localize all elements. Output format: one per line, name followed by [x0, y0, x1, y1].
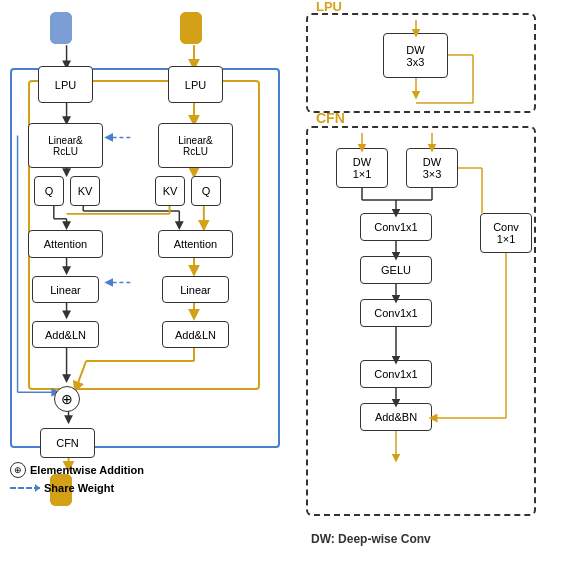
- add-ln-left: Add&LN: [32, 321, 99, 348]
- cfn-gelu: GELU: [360, 256, 432, 284]
- cfn-conv1x1-3: Conv1x1: [360, 360, 432, 388]
- lpu-detail-label: LPU: [316, 0, 342, 14]
- token-pill-2: [50, 12, 72, 44]
- linear-right: Linear: [162, 276, 229, 303]
- kv-left: KV: [70, 176, 100, 206]
- cfn-add-bn: Add&BN: [360, 403, 432, 431]
- cfn-dw3x3: DW 3×3: [406, 148, 458, 188]
- legend: ⊕ Elementwise Addition Share Weight: [10, 462, 144, 498]
- lpu-detail-box: LPU DW 3x3: [306, 13, 536, 113]
- legend-share-weight: Share Weight: [10, 482, 144, 494]
- left-diagram: LPU LPU Linear& RcLU Linear& RcLU Q KV K…: [10, 8, 280, 508]
- lpu-dw3x3: DW 3x3: [383, 33, 448, 78]
- attention-left: Attention: [28, 230, 103, 258]
- cfn-conv1x1-1: Conv1x1: [360, 213, 432, 241]
- diagram-container: LPU LPU Linear& RcLU Linear& RcLU Q KV K…: [0, 0, 566, 576]
- cfn-conv1x1-side: Conv 1×1: [480, 213, 532, 253]
- plus-circle-icon: ⊕: [10, 462, 26, 478]
- cfn-dw1x1: DW 1×1: [336, 148, 388, 188]
- cfn-conv1x1-2: Conv1x1: [360, 299, 432, 327]
- right-panel: LPU DW 3x3 C: [296, 8, 566, 568]
- linear-rclu-left: Linear& RcLU: [28, 123, 103, 168]
- lpu-left: LPU: [38, 66, 93, 103]
- cfn-detail-box: CFN DW 1×1 DW 3×3 Conv 1×1 Conv1x1 GELU: [306, 126, 536, 516]
- q-right: Q: [191, 176, 221, 206]
- attention-right: Attention: [158, 230, 233, 258]
- token-pill-gold-2: [180, 12, 202, 44]
- lpu-right: LPU: [168, 66, 223, 103]
- kv-right: KV: [155, 176, 185, 206]
- legend-elementwise: ⊕ Elementwise Addition: [10, 462, 144, 478]
- add-ln-right: Add&LN: [162, 321, 229, 348]
- cfn-node: CFN: [40, 428, 95, 458]
- dashed-arrow-icon: [10, 487, 40, 489]
- linear-rclu-right: Linear& RcLU: [158, 123, 233, 168]
- dw-label: DW: Deep-wise Conv: [311, 532, 431, 546]
- linear-left: Linear: [32, 276, 99, 303]
- q-left: Q: [34, 176, 64, 206]
- elementwise-add-symbol: ⊕: [54, 386, 80, 412]
- cfn-detail-label: CFN: [316, 110, 345, 126]
